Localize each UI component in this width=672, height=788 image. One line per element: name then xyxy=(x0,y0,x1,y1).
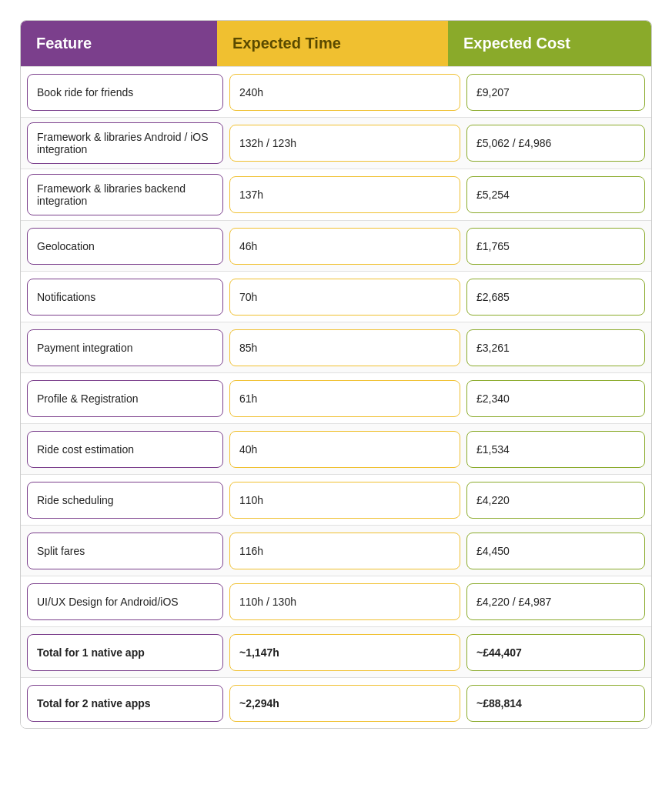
header-feature: Feature xyxy=(21,21,217,66)
cell-feature: Total for 1 native app xyxy=(27,634,223,671)
cell-feature: Total for 2 native apps xyxy=(27,685,223,722)
table-row: Total for 2 native apps~2,294h~£88,814 xyxy=(21,677,651,728)
table-row: Total for 1 native app~1,147h~£44,407 xyxy=(21,626,651,677)
cell-time: 40h xyxy=(229,431,460,468)
cell-cost: £1,765 xyxy=(466,228,645,265)
cell-feature: Split fares xyxy=(27,533,223,569)
header-time: Expected Time xyxy=(217,21,448,66)
table-row: Geolocation46h£1,765 xyxy=(21,220,651,271)
table-row: Book ride for friends240h£9,207 xyxy=(21,66,651,117)
cell-feature: UI/UX Design for Android/iOS xyxy=(27,583,223,620)
cell-feature: Notifications xyxy=(27,279,223,316)
cell-cost: £9,207 xyxy=(466,74,645,111)
cell-feature: Framework & libraries backend integratio… xyxy=(27,174,223,215)
pricing-table: Feature Expected Time Expected Cost Book… xyxy=(20,20,652,729)
cell-feature: Ride scheduling xyxy=(27,482,223,519)
cell-time: ~1,147h xyxy=(229,634,460,671)
cell-cost: £5,254 xyxy=(466,176,645,213)
table-row: Ride scheduling110h£4,220 xyxy=(21,474,651,525)
cell-time: 116h xyxy=(229,533,460,569)
table-row: Notifications70h£2,685 xyxy=(21,271,651,322)
table-body: Book ride for friends240h£9,207Framework… xyxy=(21,66,651,728)
cell-cost: £1,534 xyxy=(466,431,645,468)
table-row: Payment integration85h£3,261 xyxy=(21,322,651,372)
cell-cost: ~£44,407 xyxy=(466,634,645,671)
cell-cost: £4,220 xyxy=(466,482,645,519)
cell-time: 110h xyxy=(229,482,460,519)
table-row: Framework & libraries backend integratio… xyxy=(21,169,651,220)
cell-time: 137h xyxy=(229,176,460,213)
cell-feature: Profile & Registration xyxy=(27,380,223,417)
cell-cost: ~£88,814 xyxy=(466,685,645,722)
cell-time: 110h / 130h xyxy=(229,583,460,620)
cell-time: 46h xyxy=(229,228,460,265)
cell-time: 240h xyxy=(229,74,460,111)
cell-feature: Payment integration xyxy=(27,329,223,366)
cell-feature: Ride cost estimation xyxy=(27,431,223,468)
cell-feature: Geolocation xyxy=(27,228,223,265)
table-row: Split fares116h£4,450 xyxy=(21,525,651,576)
cell-cost: £5,062 / £4,986 xyxy=(466,125,645,162)
cell-cost: £4,220 / £4,987 xyxy=(466,583,645,620)
header-cost: Expected Cost xyxy=(448,21,651,66)
cell-time: 70h xyxy=(229,279,460,316)
cell-cost: £2,685 xyxy=(466,279,645,316)
cell-time: ~2,294h xyxy=(229,685,460,722)
table-row: Ride cost estimation40h£1,534 xyxy=(21,423,651,474)
table-row: Framework & libraries Android / iOS inte… xyxy=(21,117,651,169)
cell-feature: Framework & libraries Android / iOS inte… xyxy=(27,122,223,164)
cell-cost: £4,450 xyxy=(466,533,645,569)
cell-cost: £2,340 xyxy=(466,380,645,417)
cell-time: 132h / 123h xyxy=(229,125,460,162)
table-header: Feature Expected Time Expected Cost xyxy=(21,21,651,66)
cell-feature: Book ride for friends xyxy=(27,74,223,111)
cell-time: 85h xyxy=(229,329,460,366)
table-row: UI/UX Design for Android/iOS110h / 130h£… xyxy=(21,576,651,626)
cell-time: 61h xyxy=(229,380,460,417)
table-row: Profile & Registration61h£2,340 xyxy=(21,372,651,423)
cell-cost: £3,261 xyxy=(466,329,645,366)
